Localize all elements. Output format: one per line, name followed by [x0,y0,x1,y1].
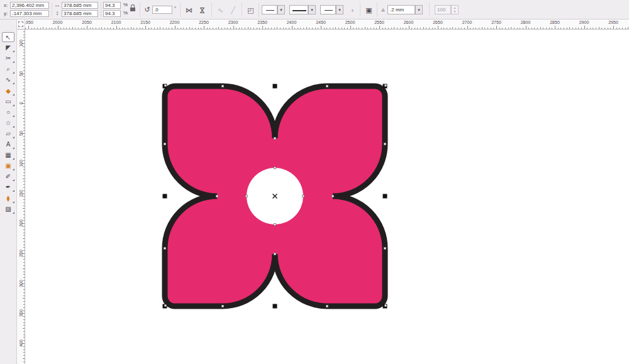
ruler-tick [23,334,25,335]
ruler-tick [23,101,25,101]
object-height-field[interactable]: 378.685 mm [62,10,98,17]
shape-tool[interactable]: ◤ [2,43,14,53]
ruler-tick [23,328,25,329]
ruler-tick [280,28,281,29]
ruler-tick [23,250,25,251]
object-width-field[interactable]: 378.685 mm [62,2,98,9]
ruler-tick [593,28,593,29]
h-ruler-label: 2650 [433,20,443,25]
crop-tool[interactable]: ✂ [2,53,14,63]
ruler-tick [426,28,426,29]
selection-handle-corner[interactable] [163,304,167,309]
h-ruler-label: 2800 [521,20,531,25]
y-position-field[interactable]: -147.303 mm [10,10,49,17]
smart-fill-tool[interactable]: ◆ [2,86,14,96]
curve-node[interactable] [302,195,304,197]
ruler-tick [473,28,474,29]
selection-handle-mid[interactable] [383,194,387,199]
blend-tool[interactable]: ▣ [2,161,14,171]
ruler-tick [181,28,181,29]
ruler-tick [596,28,596,29]
curve-node[interactable] [164,247,166,250]
h-ruler-label: 2550 [374,20,384,25]
ruler-tick [23,97,25,98]
ruler-tick [23,265,25,266]
text-wrap-button[interactable]: ▣ [363,4,375,16]
fill-tool[interactable]: ⧫ [2,194,14,204]
curve-node[interactable] [384,143,386,145]
freehand-tool[interactable]: ∿ [2,75,14,85]
interactive-fill-tool[interactable]: ▨ [2,204,14,214]
curve-node[interactable] [326,85,328,87]
curve-node[interactable] [326,305,328,307]
outline-width-value: .2 mm [387,5,415,14]
ruler-tick [590,28,591,29]
curve-node[interactable] [221,305,224,307]
curve-node[interactable] [221,85,224,87]
selection-handle-mid[interactable] [273,84,277,89]
ruler-tick [23,115,25,116]
toolbox: ↖◤✂⌕∿◆▭○☆▱A▦▣✐✒⧫▨ [0,19,17,364]
ruler-tick [599,27,599,29]
basic-shapes-tool[interactable]: ▱ [2,129,14,139]
ruler-tick [546,28,547,29]
ruler-tick [23,190,25,191]
ruler-tick [195,28,196,29]
selection-handle-corner[interactable] [383,84,387,89]
fill-tool-icon: ⧫ [7,195,10,202]
horizontal-ruler[interactable]: 1950200020502100215022002250230023502400… [25,19,629,30]
pick-tool[interactable]: ↖ [2,32,14,42]
h-ruler-label: 2250 [199,20,209,25]
ruler-tick [221,28,222,29]
eyedropper-tool[interactable]: ✐ [2,172,14,182]
selection-handle-corner[interactable] [163,84,167,89]
selection-handle-mid[interactable] [273,304,277,309]
ruler-tick [23,247,25,248]
h-ruler-label: 2050 [82,20,92,25]
ruler-tick [450,28,450,29]
curve-node[interactable] [384,247,386,250]
selection-handle-corner[interactable] [383,304,387,309]
ruler-tick [113,28,114,29]
vertical-ruler[interactable]: 10050050100150200250300350400 [17,30,25,364]
curve-node[interactable] [245,195,248,197]
ruler-tick [362,28,362,29]
rectangle-tool[interactable]: ▭ [2,97,14,107]
zoom-tool[interactable]: ⌕ [2,64,14,74]
scale-h-field[interactable]: 94.3 [103,2,121,9]
rotation-angle-field[interactable]: .0 [152,6,172,14]
mirror-vertical-button[interactable]: ⋈ [196,4,208,16]
mirror-horizontal-button[interactable]: ⋈ [183,4,195,16]
h-ruler-label: 2150 [140,20,150,25]
curve-node[interactable] [331,195,334,197]
ruler-tick [350,26,351,29]
ruler-tick [476,28,476,29]
ruler-origin-box[interactable] [17,19,25,30]
mirror-horizontal-icon: ⋈ [186,6,192,14]
curve-node[interactable] [164,143,166,145]
selection-handle-mid[interactable] [163,194,167,199]
table-tool[interactable]: ▦ [2,150,14,160]
ruler-tick [25,28,26,29]
v-ruler-label: 100 [19,157,23,170]
close-curve-button: ◗ [347,4,359,16]
curve-node[interactable] [274,223,276,226]
x-position-field[interactable]: 2,396.402 mm [10,2,49,9]
curve-node[interactable] [274,137,276,140]
flyout-indicator [13,158,14,160]
ruler-tick [326,28,327,29]
ellipse-tool[interactable]: ○ [2,108,14,118]
curve-node[interactable] [274,167,276,169]
ruler-tick [23,124,25,125]
ruler-tick [23,280,25,281]
ruler-tick [309,28,309,29]
curve-node[interactable] [274,253,276,255]
free-scale-button[interactable]: ◰ [245,4,257,16]
ruler-tick [23,211,25,212]
scale-v-field[interactable]: 94.3 [103,10,121,17]
outline-pen-tool[interactable]: ✒ [2,182,14,192]
text-tool[interactable]: A [2,140,14,150]
ruler-tick [92,28,93,29]
polygon-tool[interactable]: ☆ [2,118,14,128]
curve-node[interactable] [216,195,218,197]
